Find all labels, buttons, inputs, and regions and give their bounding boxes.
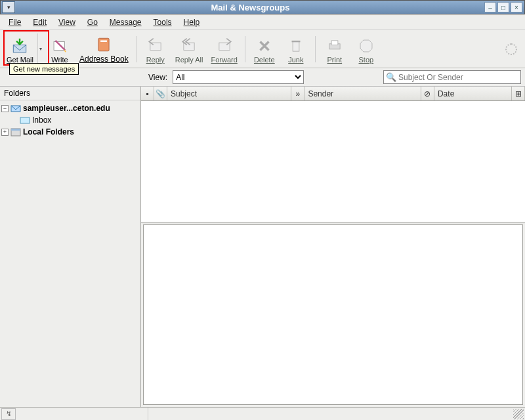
reply-icon bbox=[146, 37, 165, 54]
view-label: View: bbox=[148, 73, 167, 82]
reply-all-button[interactable]: Reply All bbox=[171, 32, 207, 66]
attachment-icon: 📎 bbox=[156, 89, 165, 98]
get-mail-button[interactable]: Get Mail bbox=[3, 32, 37, 66]
message-list[interactable] bbox=[141, 101, 525, 222]
close-button[interactable]: × bbox=[511, 2, 522, 12]
svg-rect-10 bbox=[331, 40, 338, 45]
forward-button[interactable]: Forward bbox=[207, 32, 241, 66]
column-picker[interactable]: ⊞ bbox=[512, 87, 525, 100]
maximize-button[interactable]: □ bbox=[497, 2, 509, 12]
menu-message[interactable]: Message bbox=[104, 16, 148, 29]
expand-icon[interactable]: + bbox=[1, 129, 9, 136]
print-icon bbox=[326, 37, 344, 54]
write-icon bbox=[51, 37, 69, 54]
menu-file[interactable]: File bbox=[3, 16, 27, 29]
sidebar-header: Folders bbox=[0, 87, 140, 100]
activity-indicator bbox=[505, 43, 517, 55]
address-book-icon bbox=[94, 36, 113, 53]
menu-edit[interactable]: Edit bbox=[27, 16, 52, 29]
system-menu-button[interactable]: ▾ bbox=[2, 1, 15, 13]
local-folders-icon bbox=[10, 127, 21, 136]
print-button[interactable]: Print bbox=[319, 32, 350, 66]
search-input[interactable] bbox=[398, 73, 518, 82]
stop-icon bbox=[357, 37, 375, 54]
minimize-button[interactable]: – bbox=[484, 2, 496, 12]
offline-button[interactable]: ↯ bbox=[1, 408, 16, 420]
attachment-column[interactable]: 📎 bbox=[154, 87, 167, 100]
toolbar: Get Mail ▾ Get new messages Write Addres… bbox=[0, 30, 525, 68]
forward-icon bbox=[215, 37, 234, 54]
preview-pane bbox=[143, 224, 523, 405]
column-headers: ▪ 📎 Subject » Sender ⊘ Date ⊞ bbox=[141, 87, 525, 101]
svg-rect-2 bbox=[98, 38, 109, 51]
menu-help[interactable]: Help bbox=[178, 16, 206, 29]
write-button[interactable]: Write bbox=[44, 32, 75, 66]
view-select[interactable]: All bbox=[173, 70, 304, 84]
svg-rect-8 bbox=[291, 40, 300, 41]
tree-inbox[interactable]: Inbox bbox=[1, 114, 139, 126]
svg-rect-13 bbox=[20, 117, 30, 123]
toolbar-separator bbox=[315, 36, 316, 62]
tree-local-folders[interactable]: + Local Folders bbox=[1, 126, 139, 138]
resize-grip[interactable] bbox=[513, 409, 524, 419]
title-bar: ▾ Mail & Newsgroups – □ × bbox=[0, 0, 525, 14]
collapse-icon[interactable]: − bbox=[1, 105, 9, 112]
search-box[interactable]: 🔍 bbox=[383, 70, 521, 84]
menu-tools[interactable]: Tools bbox=[148, 16, 178, 29]
toolbar-separator bbox=[245, 36, 245, 62]
folder-sidebar: Folders − sampleuser...ceton.edu Inbox +… bbox=[0, 87, 141, 407]
junk-icon bbox=[287, 37, 305, 54]
read-column[interactable]: » bbox=[291, 87, 304, 100]
tooltip: Get new messages bbox=[9, 63, 79, 75]
svg-rect-3 bbox=[100, 40, 107, 41]
mail-account-icon bbox=[10, 104, 21, 113]
sender-column[interactable]: Sender bbox=[304, 87, 421, 100]
get-mail-icon bbox=[10, 37, 29, 54]
search-icon: 🔍 bbox=[386, 72, 396, 82]
junk-button[interactable]: Junk bbox=[280, 32, 312, 66]
svg-rect-7 bbox=[293, 41, 299, 51]
menu-bar: File Edit View Go Message Tools Help bbox=[0, 14, 525, 30]
reply-button[interactable]: Reply bbox=[140, 32, 171, 66]
thread-column[interactable]: ▪ bbox=[141, 87, 154, 100]
get-mail-dropdown[interactable]: ▾ bbox=[37, 33, 44, 65]
tree-account[interactable]: − sampleuser...ceton.edu bbox=[1, 102, 139, 114]
stop-button[interactable]: Stop bbox=[350, 32, 382, 66]
folder-tree: − sampleuser...ceton.edu Inbox + Local F… bbox=[0, 100, 140, 140]
junk-column[interactable]: ⊘ bbox=[421, 87, 434, 100]
window-title: Mail & Newsgroups bbox=[16, 3, 484, 12]
status-bar: ↯ bbox=[0, 407, 525, 420]
svg-marker-11 bbox=[360, 40, 372, 52]
svg-rect-15 bbox=[11, 129, 20, 131]
delete-icon bbox=[255, 37, 274, 54]
content-area: ▪ 📎 Subject » Sender ⊘ Date ⊞ bbox=[141, 87, 525, 407]
toolbar-separator bbox=[136, 36, 136, 62]
address-book-button[interactable]: Address Book bbox=[75, 32, 133, 66]
inbox-icon bbox=[20, 116, 30, 125]
menu-go[interactable]: Go bbox=[81, 16, 104, 29]
date-column[interactable]: Date bbox=[434, 87, 512, 100]
reply-all-icon bbox=[180, 37, 198, 54]
menu-view[interactable]: View bbox=[52, 16, 81, 29]
svg-rect-0 bbox=[14, 45, 27, 52]
delete-button[interactable]: Delete bbox=[249, 32, 280, 66]
subject-column[interactable]: Subject bbox=[167, 87, 291, 100]
